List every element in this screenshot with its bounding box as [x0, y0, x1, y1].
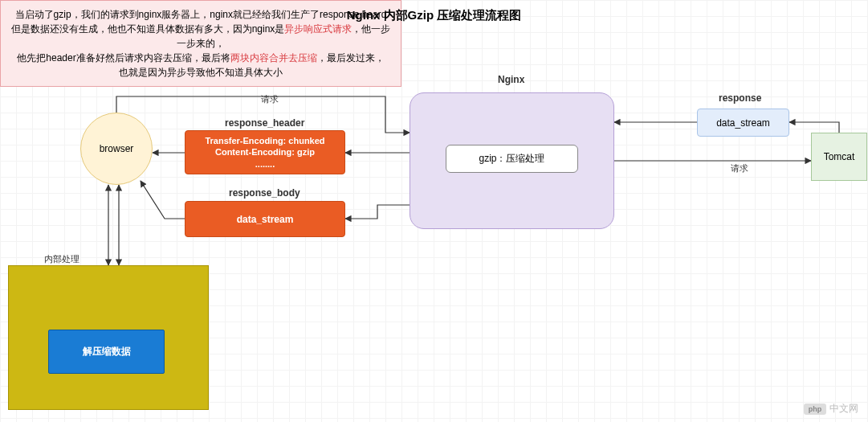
response-header-line1: Transfer-Encoding: chunked: [205, 135, 324, 146]
label-response: response: [719, 92, 761, 104]
diagram-title: Nginx 内部Gzip 压缩处理流程图: [0, 8, 868, 23]
response-header-line2: Content-Encoding: gzip: [215, 146, 315, 158]
node-data-stream: data_stream: [697, 109, 789, 137]
note-l3c: ，最后发过来，: [317, 52, 385, 64]
edge-label-request-1: 请求: [261, 93, 279, 105]
note-l2a: 但是数据还没有生成，他也不知道具体数据有多大，因为nginx是: [11, 23, 285, 35]
note-l3a: 他先把header准备好然后请求内容去压缩，最后将: [17, 52, 230, 64]
label-response-header: response_header: [225, 117, 304, 129]
note-l4: 也就是因为异步导致他不知道具体大小: [119, 67, 283, 78]
label-nginx: Nginx: [498, 74, 524, 85]
watermark: php 中文网: [804, 402, 858, 416]
label-internal-processing: 内部处理: [44, 253, 79, 265]
node-browser: browser: [80, 113, 153, 185]
response-header-line3: ........: [255, 158, 275, 170]
watermark-logo: php: [804, 404, 826, 415]
node-gzip-inner: gzip：压缩处理: [446, 145, 578, 173]
watermark-text: 中文网: [829, 402, 858, 416]
note-l2b: 异步响应式请求: [284, 23, 352, 35]
node-decompress: 解压缩数据: [48, 330, 165, 374]
label-response-body: response_body: [229, 187, 300, 199]
node-response-body: data_stream: [185, 201, 345, 237]
note-l3b: 两块内容合并去压缩: [230, 52, 317, 64]
node-response-header: Transfer-Encoding: chunked Content-Encod…: [185, 130, 345, 174]
edge-label-request-2: 请求: [731, 162, 748, 174]
node-tomcat: Tomcat: [811, 133, 867, 181]
